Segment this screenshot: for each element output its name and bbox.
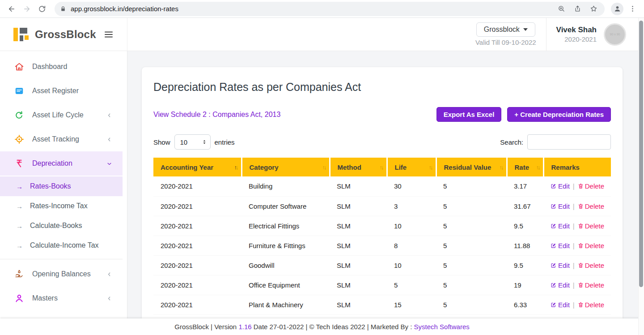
cell-category: Furniture & Fittings	[242, 236, 330, 255]
delete-link[interactable]: Delete	[578, 281, 604, 289]
register-document-icon	[14, 86, 24, 96]
sidebar-item-label: Dashboard	[32, 63, 67, 71]
table-header-row: Accounting Year ↑↓ Category ↑↓ Method ↑↓…	[153, 158, 611, 176]
search-input[interactable]	[527, 134, 611, 150]
edit-link[interactable]: Edit	[551, 301, 570, 309]
delete-link[interactable]: Delete	[578, 301, 604, 309]
scrollbar-track	[638, 18, 644, 335]
bookmark-star-icon[interactable]	[588, 3, 599, 15]
footer-text: Date 27-01-2022 | © Tech Ideas 2022 | Ma…	[252, 323, 414, 331]
cell-accounting-year: 2020-2021	[153, 275, 242, 295]
cell-accounting-year: 2020-2021	[153, 255, 242, 275]
delete-link[interactable]: Delete	[578, 262, 604, 269]
column-header-residual-value[interactable]: Residual Value ↑↓	[436, 158, 507, 176]
edit-link[interactable]: Edit	[551, 242, 570, 249]
url-bar[interactable]: app.grossblock.in/depreciation-rates	[55, 2, 605, 16]
sidebar-item-label: Asset Life Cycle	[32, 111, 84, 119]
hamburger-menu-icon[interactable]	[103, 29, 114, 40]
sidebar-item-rates-income-tax[interactable]: → Rates-Income Tax	[0, 196, 123, 216]
button-group: Export As Excel + Create Depreciation Ra…	[436, 107, 611, 122]
back-icon[interactable]	[5, 3, 18, 15]
delete-link[interactable]: Delete	[578, 202, 604, 210]
edit-link[interactable]: Edit	[551, 281, 570, 289]
sort-icons: ↑↓	[234, 164, 237, 171]
cell-category: Electrical Fittings	[242, 216, 330, 236]
sidebar-item-calculate-books[interactable]: → Calculate-Books	[0, 216, 123, 236]
arrow-right-icon: →	[16, 242, 23, 249]
reload-icon[interactable]	[36, 3, 48, 15]
browser-profile-icon[interactable]	[611, 3, 623, 15]
grossblock-logo-icon	[13, 28, 30, 41]
column-header-category[interactable]: Category ↑↓	[242, 158, 330, 176]
avatar[interactable]: 90 x 90	[604, 23, 626, 46]
cell-life: 15	[387, 295, 436, 314]
export-excel-button[interactable]: Export As Excel	[436, 107, 502, 122]
license-validity: Valid Till 09-10-2022	[475, 39, 536, 46]
sort-icons: ↑↓	[380, 164, 383, 171]
cell-residual-value: 5	[436, 236, 507, 255]
column-header-accounting-year[interactable]: Accounting Year ↑↓	[153, 158, 242, 176]
person-icon	[14, 293, 24, 303]
column-header-rate[interactable]: Rate ↑↓	[507, 158, 543, 176]
company-dropdown[interactable]: Grossblock	[476, 22, 535, 37]
cell-residual-value: 5	[436, 295, 507, 314]
cell-accounting-year: 2020-2021	[153, 176, 242, 196]
sidebar-item-opening-balances[interactable]: Opening Balances	[0, 262, 123, 286]
sidebar-item-label: Asset Register	[32, 87, 79, 95]
sidebar-item-dashboard[interactable]: Dashboard	[0, 55, 123, 79]
table-row: 2020-2021 Office Equipment SLM 5 5 19 Ed…	[153, 275, 611, 295]
sidebar-item-asset-life-cycle[interactable]: Asset Life Cycle	[0, 103, 123, 127]
cell-method: SLM	[330, 216, 387, 236]
cell-residual-value: 5	[436, 176, 507, 196]
edit-link[interactable]: Edit	[551, 202, 570, 210]
delete-link[interactable]: Delete	[578, 222, 604, 230]
sidebar-item-depreciation[interactable]: Depreciation	[0, 151, 123, 176]
forward-icon[interactable]	[21, 3, 33, 15]
sidebar-item-rates-books[interactable]: → Rates-Books	[0, 176, 123, 196]
cell-rate: 11.88	[507, 236, 543, 255]
delete-link[interactable]: Delete	[578, 182, 604, 190]
sidebar-item-label: Asset Tracking	[32, 135, 79, 143]
sidebar-item-masters[interactable]: Masters	[0, 286, 123, 310]
scrollbar-thumb[interactable]	[639, 21, 643, 287]
arrow-right-icon: →	[16, 202, 23, 210]
sidebar-item-label: Masters	[32, 294, 58, 302]
cell-residual-value: 5	[436, 255, 507, 275]
chevron-left-icon	[106, 112, 113, 119]
link-separator: |	[573, 281, 575, 289]
footer-marketer-link[interactable]: Systech Softwares	[414, 323, 470, 331]
edit-link[interactable]: Edit	[551, 262, 570, 269]
edit-link[interactable]: Edit	[551, 182, 570, 190]
browser-menu-icon[interactable]	[626, 3, 639, 15]
schedule-link[interactable]: View Schedule 2 : Companies Act, 2013	[153, 111, 280, 119]
home-icon	[14, 62, 24, 72]
user-info: Vivek Shah 2020-2021	[556, 26, 597, 43]
cell-remarks: Edit | Delete	[543, 275, 611, 295]
cell-residual-value: 5	[436, 216, 507, 236]
sidebar-item-asset-register[interactable]: Asset Register	[0, 79, 123, 103]
column-header-remarks: Remarks	[543, 158, 611, 176]
create-depreciation-rates-button[interactable]: + Create Depreciation Rates	[507, 107, 611, 122]
sidebar-item-calculate-income-tax[interactable]: → Calculate-Income Tax	[0, 236, 123, 255]
accounting-year: 2020-2021	[556, 35, 597, 43]
entries-select[interactable]: 10	[174, 134, 211, 150]
cell-remarks: Edit | Delete	[543, 196, 611, 216]
cell-method: SLM	[330, 295, 387, 314]
delete-link[interactable]: Delete	[578, 242, 604, 249]
share-icon[interactable]	[572, 3, 583, 15]
cell-method: SLM	[330, 255, 387, 275]
sidebar-item-asset-tracking[interactable]: Asset Tracking	[0, 127, 123, 151]
column-header-life[interactable]: Life ↑↓	[387, 158, 436, 176]
depreciation-rates-table: Accounting Year ↑↓ Category ↑↓ Method ↑↓…	[153, 158, 611, 315]
cell-rate: 9.5	[507, 216, 543, 236]
app-header: GrossBlock Grossblock Valid Till 09-10-2…	[0, 18, 644, 51]
sort-icons: ↑↓	[322, 164, 326, 171]
app-footer: GrossBlock | Version 1.16 Date 27-01-202…	[0, 318, 644, 335]
cell-remarks: Edit | Delete	[543, 295, 611, 314]
cell-residual-value: 5	[436, 275, 507, 295]
arrow-right-icon: →	[16, 222, 23, 230]
sort-icons: ↑↓	[429, 164, 432, 171]
zoom-icon[interactable]	[555, 3, 567, 15]
edit-link[interactable]: Edit	[551, 222, 570, 230]
column-header-method[interactable]: Method ↑↓	[330, 158, 387, 176]
